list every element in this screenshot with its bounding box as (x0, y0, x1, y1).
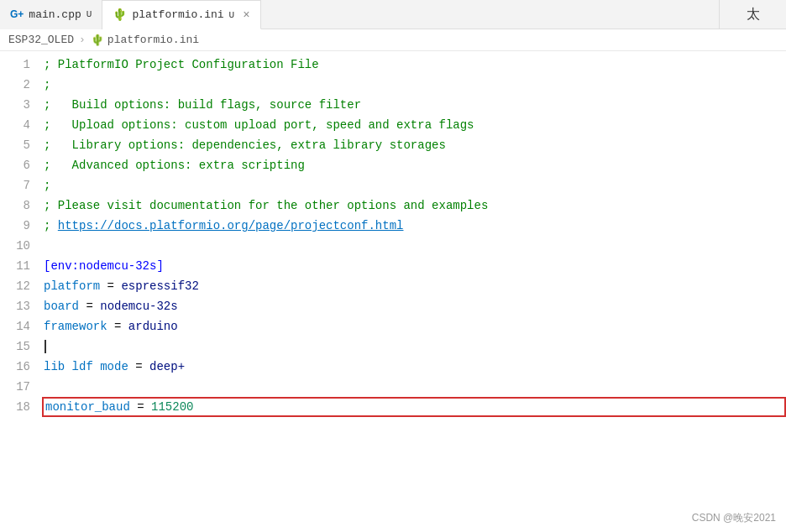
code-line: ; https://docs.platformio.org/page/proje… (44, 216, 786, 236)
line-number: 15 (0, 336, 30, 357)
code-line: platform = espressif32 (44, 276, 786, 296)
tab-main-cpp[interactable]: G+ main.cpp U (0, 0, 102, 29)
breadcrumb: ESP32_OLED › 🌵 platformio.ini (0, 29, 786, 51)
code-token: deep+ (149, 360, 185, 373)
code-token: arduino (128, 320, 178, 333)
code-line: monitor_baud = 115200 (42, 397, 786, 417)
watermark: CSDN @晚安2021 (692, 511, 776, 525)
line-number: 14 (0, 316, 30, 336)
code-line (44, 236, 786, 256)
code-token: ; Advanced options: extra scripting (44, 159, 305, 172)
code-token: = (128, 360, 149, 373)
line-number: 17 (0, 377, 30, 397)
code-token: ; (44, 219, 58, 232)
code-token: mode (100, 360, 128, 373)
top-right-area: 太 (719, 0, 786, 29)
code-line (44, 377, 786, 397)
code-line: board = nodemcu-32s (44, 296, 786, 316)
code-line: ; Build options: build flags, source fil… (44, 95, 786, 115)
tab-platformio-ini-modified: U (229, 10, 235, 20)
line-number: 5 (0, 135, 30, 155)
platformio-icon: 🌵 (113, 8, 127, 22)
line-number: 3 (0, 95, 30, 115)
line-number: 12 (0, 276, 30, 296)
top-right-label: 太 (747, 6, 760, 23)
code-token: = (79, 300, 100, 313)
code-line: ; Please visit documentation for the oth… (44, 196, 786, 216)
code-container: 123456789101112131415161718 ; PlatformIO… (0, 51, 786, 532)
cpp-icon: G+ (10, 8, 24, 20)
code-token: ; Build options: build flags, source fil… (44, 98, 361, 112)
line-numbers: 123456789101112131415161718 (0, 51, 40, 532)
line-number: 2 (0, 75, 30, 95)
code-token: = (100, 279, 121, 293)
line-number: 11 (0, 256, 30, 276)
code-token: ; Please visit documentation for the oth… (44, 199, 488, 212)
code-token: monitor_baud (45, 400, 130, 414)
code-token: ; Upload options: custom upload port, sp… (44, 118, 474, 132)
line-number: 6 (0, 155, 30, 175)
line-number: 18 (0, 397, 30, 417)
code-line: [env:nodemcu-32s] (44, 256, 786, 276)
breadcrumb-separator: › (79, 34, 86, 46)
tab-main-cpp-label: main.cpp (29, 8, 81, 21)
tab-platformio-ini-label: platformio.ini (132, 8, 223, 21)
tab-bar-filler (261, 0, 786, 29)
line-number: 16 (0, 357, 30, 377)
code-token: nodemcu-32s (100, 300, 177, 313)
code-token: = (130, 400, 151, 414)
code-token: ; (44, 179, 50, 192)
code-token: board (44, 300, 79, 313)
code-token: framework (44, 320, 107, 333)
code-line: ; Upload options: custom upload port, sp… (44, 115, 786, 135)
code-line (44, 336, 786, 357)
breadcrumb-file-icon: 🌵 (91, 34, 104, 47)
breadcrumb-project: ESP32_OLED (8, 34, 74, 46)
code-token: ; Library options: dependencies, extra l… (44, 138, 446, 152)
line-number: 9 (0, 216, 30, 236)
line-number: 13 (0, 296, 30, 316)
line-number: 8 (0, 196, 30, 216)
tab-platformio-ini[interactable]: 🌵 platformio.ini U × (102, 0, 260, 29)
tab-bar: G+ main.cpp U 🌵 platformio.ini U × (0, 0, 786, 29)
code-line: ; (44, 75, 786, 95)
code-token: 115200 (151, 400, 193, 414)
line-number: 4 (0, 115, 30, 135)
code-content[interactable]: ; PlatformIO Project Configuration File;… (40, 51, 786, 532)
line-number: 1 (0, 55, 30, 75)
code-line: ; (44, 175, 786, 196)
code-line: ; Advanced options: extra scripting (44, 155, 786, 175)
tab-close-button[interactable]: × (243, 8, 249, 22)
breadcrumb-file: platformio.ini (107, 34, 199, 46)
code-token: https://docs.platformio.org/page/project… (58, 219, 404, 232)
code-line: framework = arduino (44, 316, 786, 336)
tab-main-cpp-modified: U (86, 9, 92, 19)
code-token: platform (44, 279, 100, 293)
line-number: 10 (0, 236, 30, 256)
code-token: lib ldf (44, 360, 100, 373)
editor-area: 123456789101112131415161718 ; PlatformIO… (0, 51, 786, 532)
code-token: [env:nodemcu-32s] (44, 259, 164, 273)
code-token: espressif32 (121, 279, 198, 293)
code-line: ; PlatformIO Project Configuration File (44, 55, 786, 75)
code-line: lib ldf mode = deep+ (44, 357, 786, 377)
line-number: 7 (0, 175, 30, 196)
code-token: ; (44, 78, 50, 91)
code-line: ; Library options: dependencies, extra l… (44, 135, 786, 155)
code-token: = (107, 320, 128, 333)
code-token: ; PlatformIO Project Configuration File (44, 58, 319, 71)
